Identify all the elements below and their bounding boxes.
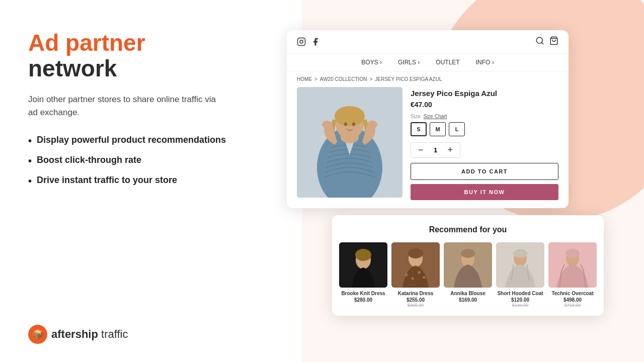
recommend-title: Recommend for you [340, 225, 596, 234]
rec-price-2: $255.00 [391, 297, 440, 303]
product-area: Jersey Pico Espiga Azul €47.00 Size Size… [287, 87, 569, 208]
breadcrumb-collection[interactable]: AW20 COLLECTION [320, 76, 367, 82]
store-icons-right [535, 36, 558, 47]
rec-name-4: Short Hooded Coat [496, 291, 544, 296]
rec-item-1[interactable]: Brooke Knit Dress $280.00 [339, 242, 387, 308]
svg-point-24 [405, 274, 408, 277]
nav-outlet[interactable]: OUTLET [436, 59, 459, 66]
rec-orig-price-5: $710.00 [548, 303, 597, 308]
rec-img-5 [548, 242, 597, 288]
qty-value: 1 [432, 146, 440, 154]
svg-rect-2 [298, 38, 305, 46]
aftership-logo-icon: 📦 [28, 325, 47, 344]
add-to-cart-button[interactable]: ADD TO CART [411, 163, 558, 180]
svg-point-25 [412, 278, 414, 280]
instagram-icon[interactable] [297, 37, 306, 46]
rec-img-4 [496, 242, 544, 288]
svg-point-37 [566, 249, 580, 258]
qty-increase-button[interactable]: + [447, 145, 454, 155]
size-options: S M L [411, 122, 558, 136]
left-panel: Ad partner network Join other partner st… [28, 30, 260, 195]
rec-name-1: Brooke Knit Dress [339, 291, 387, 296]
size-label: Size Size Chart [411, 114, 558, 119]
rec-orig-price-2: $365.00 [391, 303, 440, 308]
svg-point-4 [303, 39, 304, 40]
rec-price-1: $280.00 [339, 297, 387, 303]
store-icons-left [297, 37, 320, 46]
rec-item-4[interactable]: Short Hooded Coat $120.00 $140.00 [496, 242, 544, 308]
bullet-list: Display powerful product recommendations… [28, 135, 260, 187]
logo-text: aftership traffic [51, 328, 128, 341]
rec-img-2 [391, 242, 440, 288]
title-line1: Ad partner [28, 30, 145, 56]
store-header [287, 30, 569, 54]
recommend-items: Brooke Knit Dress $280.00 Katarina Dress [340, 242, 596, 308]
nav-boys[interactable]: BOYS › [361, 59, 382, 66]
rec-orig-price-4: $140.00 [496, 303, 544, 308]
breadcrumb-home[interactable]: HOME [297, 76, 312, 82]
product-image-svg [297, 87, 403, 198]
rec-item-5[interactable]: Technic Overcoat $498.00 $710.00 [548, 242, 597, 308]
rec-name-2: Katarina Dress [391, 291, 440, 296]
svg-point-27 [423, 277, 426, 279]
size-s-button[interactable]: S [411, 122, 427, 136]
logo-area: 📦 aftership traffic [28, 325, 128, 344]
buy-now-button[interactable]: BUY IT NOW [411, 184, 558, 200]
rec-name-3: Annika Blouse [444, 291, 492, 296]
qty-control: − 1 + [411, 142, 460, 158]
rec-name-5: Technic Overcoat [548, 291, 597, 296]
cart-icon[interactable] [549, 36, 558, 47]
rec-item-3[interactable]: Annika Blouse $169.00 [444, 242, 492, 308]
rec-img-1 [339, 242, 387, 288]
svg-point-28 [408, 248, 423, 258]
product-price: €47.00 [411, 101, 558, 109]
rec-img-3 [444, 242, 492, 288]
qty-decrease-button[interactable]: − [417, 145, 425, 155]
rec-price-5: $498.00 [548, 297, 597, 303]
browser-window: BOYS › GIRLS › OUTLET INFO › HOME > AW20… [287, 30, 569, 208]
svg-point-3 [300, 40, 303, 43]
bullet-item-2: Boost click-through rate [28, 155, 260, 167]
bullet-item-1: Display powerful product recommendations [28, 135, 260, 147]
svg-point-16 [352, 123, 355, 126]
svg-point-17 [322, 121, 332, 129]
product-image [297, 87, 403, 198]
size-m-button[interactable]: M [430, 122, 446, 136]
rec-price-3: $169.00 [444, 297, 492, 303]
svg-point-18 [367, 121, 377, 129]
bullet-item-3: Drive instant traffic to your store [28, 175, 260, 187]
recommend-panel: Recommend for you Brooke Knit Dress $280… [332, 215, 604, 316]
product-details: Jersey Pico Espiga Azul €47.00 Size Size… [411, 87, 558, 200]
rec-price-4: $120.00 [496, 297, 544, 303]
rec-item-2[interactable]: Katarina Dress $255.00 $365.00 [391, 242, 440, 308]
svg-point-26 [418, 271, 421, 274]
product-name: Jersey Pico Espiga Azul [411, 89, 558, 98]
subtitle: Join other partner stores to share onlin… [28, 93, 219, 119]
svg-point-15 [344, 123, 347, 126]
svg-point-21 [355, 249, 371, 261]
svg-point-34 [513, 249, 527, 258]
store-nav: BOYS › GIRLS › OUTLET INFO › [287, 54, 569, 71]
nav-girls[interactable]: GIRLS › [398, 59, 420, 66]
breadcrumb-product: JERSEY PICO ESPIGA AZUL [375, 76, 442, 82]
svg-text:📦: 📦 [32, 329, 44, 340]
breadcrumb: HOME > AW20 COLLECTION > JERSEY PICO ESP… [287, 71, 569, 87]
svg-point-31 [461, 249, 475, 258]
nav-info[interactable]: INFO › [476, 59, 494, 66]
svg-line-6 [541, 42, 543, 44]
size-l-button[interactable]: L [449, 122, 465, 136]
facebook-icon[interactable] [311, 37, 320, 46]
main-title: Ad partner network [28, 30, 260, 81]
size-chart-link[interactable]: Size Chart [423, 114, 447, 119]
search-icon[interactable] [535, 36, 544, 47]
title-line2: network [28, 56, 260, 81]
